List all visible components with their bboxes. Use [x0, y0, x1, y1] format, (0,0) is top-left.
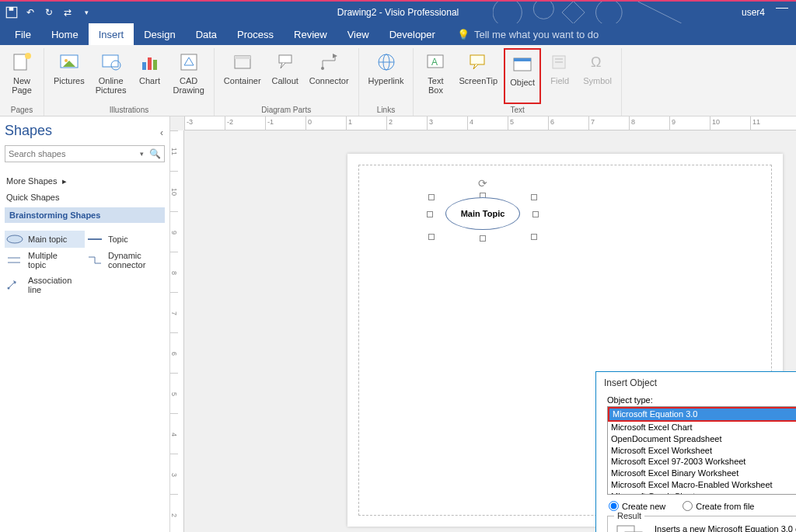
field-button[interactable]: Field — [543, 48, 577, 104]
object-type-item[interactable]: Microsoft Excel Chart — [608, 422, 796, 433]
shapes-search[interactable]: ▾ 🔍 — [5, 145, 165, 162]
svg-rect-38 — [617, 526, 634, 532]
object-type-item[interactable]: Microsoft Excel Macro-Enabled Worksheet — [608, 479, 796, 491]
tell-me[interactable]: 💡 Tell me what you want to do — [445, 23, 599, 45]
tab-view[interactable]: View — [337, 23, 379, 45]
svg-point-37 — [8, 287, 10, 290]
minimize-icon[interactable] — [776, 8, 788, 9]
rotate-handle-icon[interactable]: ⟳ — [478, 177, 487, 190]
dialog-title: Insert Object — [604, 377, 657, 390]
qat-dropdown-icon[interactable]: ▾ — [79, 5, 93, 19]
svg-rect-4 — [562, 2, 585, 23]
create-new-radio[interactable]: Create new — [609, 501, 665, 511]
collapse-icon[interactable]: ‹ — [160, 127, 163, 138]
search-icon[interactable]: 🔍 — [146, 148, 164, 159]
handle[interactable] — [427, 211, 433, 217]
handle[interactable] — [532, 211, 539, 217]
callout-button[interactable]: Callout — [267, 48, 303, 104]
canvas-area: -3-2-101234567891011 111098765432 ⟳ Main… — [170, 116, 796, 532]
new-page-icon — [9, 50, 34, 75]
handle[interactable] — [428, 194, 435, 200]
textbox-label: Text Box — [428, 76, 443, 95]
pictures-label: Pictures — [54, 76, 85, 85]
shape-main-topic[interactable]: Main topic — [5, 231, 85, 248]
save-icon[interactable] — [5, 5, 19, 19]
shape-association-line[interactable]: Association line — [5, 273, 85, 297]
tab-file[interactable]: File — [5, 23, 41, 45]
quick-shapes-link[interactable]: Quick Shapes — [5, 190, 165, 205]
object-type-item[interactable]: Microsoft Equation 3.0 — [608, 407, 796, 422]
svg-rect-13 — [148, 57, 152, 70]
title-decor — [493, 2, 695, 23]
connector-icon — [316, 50, 341, 75]
textbox-icon: A — [423, 50, 448, 75]
group-illustrations-label: Illustrations — [110, 104, 149, 116]
tab-data[interactable]: Data — [186, 23, 227, 45]
handle[interactable] — [428, 234, 435, 240]
repeat-icon[interactable]: ⇄ — [61, 5, 75, 19]
chart-label: Chart — [139, 76, 160, 85]
svg-rect-14 — [153, 60, 157, 70]
object-type-item[interactable]: Microsoft Excel Worksheet — [608, 445, 796, 457]
object-type-item[interactable]: Microsoft Excel 97-2003 Worksheet — [608, 456, 796, 468]
shape-multiple-topic[interactable]: Multiple topic — [5, 248, 85, 273]
ribbon: New Page Pages Pictures Online Pictures … — [0, 45, 796, 116]
handle[interactable] — [480, 235, 486, 242]
screentip-button[interactable]: ScreenTip — [454, 48, 502, 104]
pictures-button[interactable]: Pictures — [49, 48, 89, 104]
field-label: Field — [550, 76, 569, 85]
menu-bar: File Home Insert Design Data Process Rev… — [0, 23, 796, 45]
symbol-icon: Ω — [585, 50, 610, 75]
shape-topic[interactable]: Topic — [85, 231, 165, 248]
tab-home[interactable]: Home — [41, 23, 89, 45]
cad-button[interactable]: CAD Drawing — [169, 48, 209, 104]
window-title: Drawing2 - Visio Professional — [337, 7, 459, 18]
svg-text:Ω: Ω — [591, 54, 601, 70]
object-type-item[interactable]: Microsoft Excel Binary Worksheet — [608, 468, 796, 479]
handle[interactable] — [531, 194, 537, 200]
object-type-item[interactable]: OpenDocument Spreadsheet — [608, 433, 796, 445]
tab-review[interactable]: Review — [284, 23, 337, 45]
main-topic-shape[interactable]: ⟳ Main Topic — [428, 180, 537, 247]
handle[interactable] — [531, 234, 537, 240]
new-page-button[interactable]: New Page — [5, 48, 39, 104]
redo-icon[interactable]: ↻ — [42, 5, 56, 19]
group-text: AText Box ScreenTip Object Field ΩSymbol… — [414, 48, 621, 116]
container-icon — [230, 50, 255, 75]
brainstorming-shapes-category[interactable]: Brainstorming Shapes — [5, 207, 165, 223]
connector-button[interactable]: Connector — [305, 48, 354, 104]
tell-me-label: Tell me what you want to do — [474, 29, 599, 40]
svg-point-3 — [533, 2, 553, 19]
svg-text:A: A — [431, 57, 438, 68]
group-links: Hyperlink Links — [359, 48, 414, 116]
user-name[interactable]: user4 — [742, 7, 765, 18]
search-dropdown-icon[interactable]: ▾ — [138, 150, 146, 158]
object-type-list[interactable]: Microsoft Equation 3.0Microsoft Excel Ch… — [607, 406, 796, 495]
shapes-pane: Shapes ‹ ▾ 🔍 More Shapes ▸ Quick Shapes … — [0, 116, 170, 532]
create-from-file-radio[interactable]: Create from file — [683, 501, 754, 511]
online-pictures-button[interactable]: Online Pictures — [91, 48, 131, 104]
symbol-button[interactable]: ΩSymbol — [578, 48, 616, 104]
shapes-search-input[interactable] — [5, 149, 138, 158]
svg-rect-15 — [181, 54, 197, 70]
callout-icon — [273, 50, 298, 75]
object-button[interactable]: Object — [504, 48, 541, 104]
tab-developer[interactable]: Developer — [379, 23, 445, 45]
textbox-button[interactable]: AText Box — [418, 48, 452, 104]
tab-process[interactable]: Process — [227, 23, 284, 45]
main-topic-label[interactable]: Main Topic — [445, 197, 520, 230]
more-shapes-link[interactable]: More Shapes ▸ — [5, 173, 165, 190]
chart-button[interactable]: Chart — [133, 48, 167, 104]
shape-dynamic-connector[interactable]: Dynamic connector — [85, 248, 165, 273]
group-illustrations: Pictures Online Pictures Chart CAD Drawi… — [44, 48, 215, 116]
screentip-icon — [466, 50, 491, 75]
undo-icon[interactable]: ↶ — [23, 5, 37, 19]
vertical-ruler: 111098765432 — [170, 130, 184, 532]
svg-rect-1 — [9, 7, 14, 11]
tab-design[interactable]: Design — [134, 23, 185, 45]
hyperlink-button[interactable]: Hyperlink — [364, 48, 409, 104]
svg-point-32 — [7, 235, 23, 243]
object-type-item[interactable]: Microsoft Graph Chart — [608, 491, 796, 495]
container-button[interactable]: Container — [219, 48, 266, 104]
tab-insert[interactable]: Insert — [89, 23, 134, 45]
